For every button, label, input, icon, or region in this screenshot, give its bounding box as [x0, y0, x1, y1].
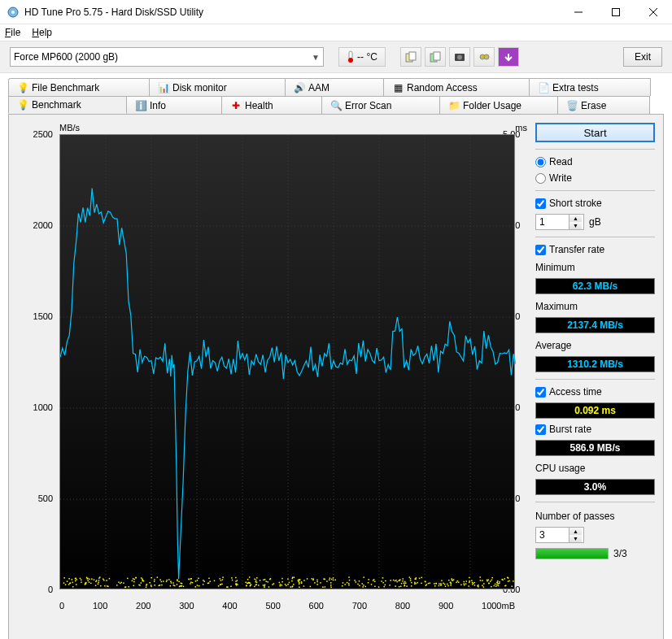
svg-rect-112 [171, 582, 172, 584]
svg-rect-313 [301, 582, 303, 584]
transfer-rate-checkbox[interactable] [535, 245, 546, 255]
access-time-checkbox[interactable] [535, 387, 546, 398]
svg-rect-246 [81, 580, 82, 581]
burst-rate-value: 586.9 MB/s [535, 440, 655, 456]
svg-rect-321 [474, 585, 476, 586]
spin-up-icon[interactable]: ▲ [569, 215, 582, 222]
svg-rect-43 [299, 586, 300, 588]
svg-rect-87 [220, 578, 221, 580]
passes-spin[interactable]: ▲▼ [535, 527, 584, 543]
svg-rect-337 [135, 577, 137, 579]
burst-rate-checkbox[interactable] [535, 424, 546, 435]
svg-rect-132 [456, 582, 457, 584]
tab-info[interactable]: ℹ️Info [126, 96, 222, 114]
tab-aam[interactable]: 🔊AAM [285, 78, 384, 96]
tab-error-scan[interactable]: 🔍Error Scan [321, 96, 440, 114]
svg-rect-360 [98, 580, 100, 581]
close-button[interactable] [635, 0, 672, 24]
svg-rect-199 [414, 579, 416, 580]
write-radio[interactable] [535, 173, 546, 184]
save-button[interactable] [498, 47, 519, 67]
magnifier-icon: 🔍 [330, 100, 342, 111]
svg-rect-271 [383, 586, 385, 588]
svg-rect-233 [139, 585, 141, 586]
tab-folder-usage[interactable]: 📁Folder Usage [439, 96, 558, 114]
exit-button[interactable]: Exit [623, 47, 662, 67]
tab-benchmark[interactable]: 💡Benchmark [8, 96, 127, 114]
save-screenshot-button[interactable] [449, 47, 470, 67]
svg-rect-139 [214, 580, 216, 582]
short-stroke-spin[interactable]: ▲▼ [535, 214, 584, 230]
menu-file[interactable]: File [5, 27, 20, 38]
window-title: HD Tune Pro 5.75 - Hard Disk/SSD Utility [24, 7, 560, 18]
svg-rect-339 [98, 582, 99, 584]
short-stroke-checkbox[interactable] [535, 198, 546, 209]
svg-rect-159 [192, 582, 194, 584]
passes-input[interactable] [536, 528, 569, 542]
svg-rect-3 [613, 8, 620, 15]
passes-progress [535, 548, 609, 559]
tab-random-access[interactable]: ▦Random Access [383, 78, 530, 96]
options-button[interactable] [473, 47, 495, 67]
svg-rect-400 [190, 578, 192, 580]
svg-rect-412 [333, 577, 334, 579]
svg-rect-226 [249, 582, 251, 584]
svg-rect-123 [400, 586, 402, 588]
svg-rect-406 [195, 586, 197, 588]
svg-rect-424 [402, 580, 404, 582]
tab-file-benchmark[interactable]: 💡File Benchmark [8, 78, 150, 96]
svg-rect-322 [123, 583, 124, 585]
svg-rect-70 [368, 582, 369, 584]
svg-rect-340 [504, 578, 506, 580]
svg-rect-224 [222, 579, 224, 580]
svg-rect-266 [316, 584, 318, 585]
minimize-button[interactable] [560, 0, 597, 24]
short-stroke-input[interactable] [536, 215, 569, 229]
svg-rect-248 [203, 580, 204, 581]
svg-rect-160 [220, 580, 222, 581]
svg-rect-385 [488, 583, 490, 585]
spin-down-icon[interactable]: ▼ [569, 222, 582, 229]
maximize-button[interactable] [597, 0, 635, 24]
copy-screenshot-button[interactable] [425, 47, 446, 67]
trash-icon: 🗑️ [566, 100, 578, 111]
svg-rect-415 [75, 580, 76, 582]
svg-rect-261 [203, 584, 204, 585]
svg-rect-170 [301, 581, 303, 583]
menu-help[interactable]: Help [32, 27, 52, 38]
svg-rect-212 [363, 585, 364, 586]
svg-rect-391 [76, 579, 77, 580]
drive-select[interactable]: Force MP600 (2000 gB) ▼ [10, 47, 324, 67]
svg-rect-9 [409, 52, 416, 60]
tab-disk-monitor[interactable]: 📊Disk monitor [149, 78, 286, 96]
tab-extra-tests[interactable]: 📄Extra tests [529, 78, 651, 96]
svg-rect-299 [76, 584, 77, 585]
tab-health[interactable]: ✚Health [221, 96, 322, 114]
svg-rect-265 [320, 582, 321, 584]
spin-down-icon[interactable]: ▼ [569, 535, 582, 542]
spin-up-icon[interactable]: ▲ [569, 528, 582, 535]
svg-rect-292 [154, 580, 155, 582]
svg-rect-370 [264, 586, 265, 588]
svg-rect-376 [482, 585, 483, 586]
read-radio[interactable] [535, 157, 546, 167]
svg-rect-130 [363, 576, 364, 578]
svg-rect-301 [68, 584, 70, 585]
toolbar: Force MP600 (2000 gB) ▼ -- °C Exit [0, 41, 672, 73]
svg-rect-397 [348, 583, 350, 585]
svg-rect-98 [72, 582, 74, 584]
thermometer-icon [347, 50, 355, 63]
svg-rect-352 [183, 586, 185, 588]
svg-rect-308 [393, 580, 395, 581]
svg-rect-200 [505, 585, 507, 587]
tab-erase[interactable]: 🗑️Erase [557, 96, 650, 114]
svg-rect-258 [65, 584, 67, 585]
svg-rect-137 [264, 585, 265, 587]
start-button[interactable]: Start [535, 123, 655, 142]
average-label: Average [535, 340, 655, 351]
copy-info-button[interactable] [400, 47, 421, 67]
svg-rect-219 [468, 585, 469, 587]
svg-rect-275 [444, 584, 446, 585]
svg-rect-388 [72, 586, 74, 588]
write-label: Write [549, 172, 572, 184]
